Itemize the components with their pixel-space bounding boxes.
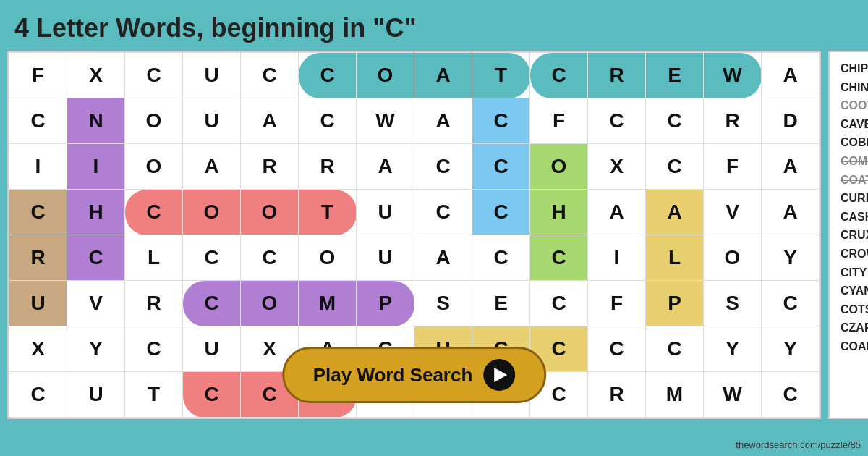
grid-cell[interactable]: A [183,144,241,190]
grid-cell[interactable]: C [588,98,646,144]
grid-cell[interactable]: C [588,326,646,372]
grid-cell[interactable]: C [125,53,183,98]
grid-cell[interactable]: U [183,326,241,372]
grid-cell[interactable]: C [9,98,67,144]
grid-cell[interactable]: S [414,281,472,326]
grid-cell[interactable]: W [357,98,414,144]
grid-cell[interactable]: C [183,235,241,281]
grid-cell[interactable]: C [125,326,183,372]
grid-cell[interactable]: A [357,144,414,190]
grid-cell[interactable]: L [125,235,183,281]
grid-cell[interactable]: C [9,190,67,235]
grid-cell[interactable]: C [762,281,820,326]
grid-cell[interactable]: M [646,372,704,418]
grid-cell[interactable]: U [9,281,67,326]
grid-cell[interactable]: Y [704,326,762,372]
grid-cell[interactable]: O [704,235,762,281]
grid-cell[interactable]: C [241,53,299,98]
grid-cell[interactable]: Y [762,235,820,281]
grid-cell[interactable]: Y [762,326,820,372]
grid-cell[interactable]: C [472,144,530,190]
grid-cell[interactable]: R [9,235,67,281]
grid-cell[interactable]: C [530,53,588,98]
grid-cell[interactable]: F [588,281,646,326]
grid-cell[interactable]: C [646,326,704,372]
grid-cell[interactable]: O [241,281,299,326]
grid-cell[interactable]: A [762,190,820,235]
grid-cell[interactable]: A [762,144,820,190]
grid-cell[interactable]: X [67,53,125,98]
grid-cell[interactable]: A [241,98,299,144]
grid-cell[interactable]: C [530,235,588,281]
play-button[interactable]: Play Word Search [282,347,547,403]
grid-cell[interactable]: V [704,190,762,235]
grid-cell[interactable]: C [472,190,530,235]
grid-cell[interactable]: P [646,281,704,326]
grid-cell[interactable]: P [357,281,414,326]
grid-cell[interactable]: C [472,235,530,281]
grid-cell[interactable]: W [704,372,762,418]
grid-cell[interactable]: R [241,144,299,190]
grid-cell[interactable]: C [646,144,704,190]
grid-cell[interactable]: C [67,235,125,281]
grid-cell[interactable]: O [125,144,183,190]
grid-cell[interactable]: U [357,235,414,281]
grid-cell[interactable]: U [67,372,125,418]
grid-cell[interactable]: R [125,281,183,326]
grid-cell[interactable]: W [704,53,762,98]
grid-cell[interactable]: E [472,281,530,326]
grid-cell[interactable]: I [67,144,125,190]
grid-cell[interactable]: A [762,53,820,98]
grid-cell[interactable]: C [414,190,472,235]
grid-cell[interactable]: I [588,235,646,281]
grid-cell[interactable]: S [704,281,762,326]
grid-cell[interactable]: H [67,190,125,235]
grid-cell[interactable]: C [299,53,357,98]
grid-cell[interactable]: E [646,53,704,98]
grid-cell[interactable]: C [183,281,241,326]
grid-cell[interactable]: R [704,98,762,144]
grid-cell[interactable]: I [9,144,67,190]
grid-cell[interactable]: Y [67,326,125,372]
grid-cell[interactable]: V [67,281,125,326]
grid-cell[interactable]: X [9,326,67,372]
grid-cell[interactable]: C [9,372,67,418]
grid-cell[interactable]: L [646,235,704,281]
grid-cell[interactable]: O [183,190,241,235]
grid-cell[interactable]: C [299,98,357,144]
grid-cell[interactable]: R [588,372,646,418]
grid-cell[interactable]: O [125,98,183,144]
grid-cell[interactable]: O [530,144,588,190]
grid-cell[interactable]: C [762,372,820,418]
grid-cell[interactable]: A [588,190,646,235]
grid-cell[interactable]: T [299,190,357,235]
grid-cell[interactable]: F [704,144,762,190]
grid-cell[interactable]: O [357,53,414,98]
grid-cell[interactable]: A [414,98,472,144]
grid-cell[interactable]: F [530,98,588,144]
grid-cell[interactable]: C [183,372,241,418]
grid-cell[interactable]: A [414,53,472,98]
grid-cell[interactable]: T [125,372,183,418]
grid-cell[interactable]: D [762,98,820,144]
grid-cell[interactable]: R [588,53,646,98]
grid-cell[interactable]: C [125,190,183,235]
grid-cell[interactable]: N [67,98,125,144]
grid-cell[interactable]: C [241,235,299,281]
grid-cell[interactable]: C [646,98,704,144]
grid-cell[interactable]: C [414,144,472,190]
grid-cell[interactable]: X [588,144,646,190]
grid-cell[interactable]: U [183,53,241,98]
grid-cell[interactable]: O [241,190,299,235]
grid-cell[interactable]: M [299,281,357,326]
grid-cell[interactable]: U [183,98,241,144]
grid-cell[interactable]: C [472,98,530,144]
grid-cell[interactable]: A [414,235,472,281]
grid-cell[interactable]: C [530,281,588,326]
grid-cell[interactable]: A [646,190,704,235]
grid-cell[interactable]: F [9,53,67,98]
grid-cell[interactable]: R [299,144,357,190]
grid-cell[interactable]: H [530,190,588,235]
grid-cell[interactable]: U [357,190,414,235]
grid-cell[interactable]: O [299,235,357,281]
